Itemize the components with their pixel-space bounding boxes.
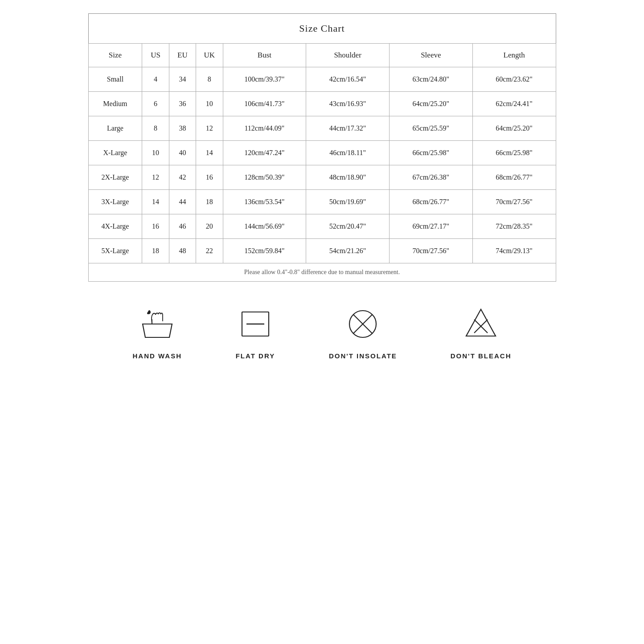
cell-r3-c6: 66cm/25.98" bbox=[389, 141, 472, 165]
dont-insolate-icon bbox=[343, 304, 383, 346]
cell-r7-c1: 18 bbox=[142, 239, 169, 263]
main-container: Size Chart SizeUSEUUKBustShoulderSleeveL… bbox=[88, 13, 556, 369]
table-row: X-Large104014120cm/47.24"46cm/18.11"66cm… bbox=[88, 141, 556, 165]
col-header-uk: UK bbox=[196, 44, 223, 67]
cell-r5-c7: 70cm/27.56" bbox=[472, 190, 556, 214]
cell-r2-c3: 12 bbox=[196, 116, 223, 141]
cell-r1-c7: 62cm/24.41" bbox=[472, 92, 556, 116]
cell-r4-c4: 128cm/50.39" bbox=[223, 165, 306, 190]
cell-r0-c5: 42cm/16.54" bbox=[306, 67, 390, 92]
cell-r2-c4: 112cm/44.09" bbox=[223, 116, 306, 141]
cell-r7-c4: 152cm/59.84" bbox=[223, 239, 306, 263]
cell-r1-c4: 106cm/41.73" bbox=[223, 92, 306, 116]
cell-r6-c1: 16 bbox=[142, 214, 169, 239]
cell-r3-c2: 40 bbox=[169, 141, 196, 165]
cell-r6-c2: 46 bbox=[169, 214, 196, 239]
table-row: 2X-Large124216128cm/50.39"48cm/18.90"67c… bbox=[88, 165, 556, 190]
col-header-shoulder: Shoulder bbox=[306, 44, 390, 67]
cell-r5-c0: 3X-Large bbox=[88, 190, 142, 214]
dont-insolate-label: DON'T INSOLATE bbox=[329, 352, 397, 360]
cell-r4-c3: 16 bbox=[196, 165, 223, 190]
col-header-size: Size bbox=[88, 44, 142, 67]
table-row: Large83812112cm/44.09"44cm/17.32"65cm/25… bbox=[88, 116, 556, 141]
cell-r2-c6: 65cm/25.59" bbox=[389, 116, 472, 141]
cell-r2-c5: 44cm/17.32" bbox=[306, 116, 390, 141]
dont-bleach-label: DON'T BLEACH bbox=[451, 352, 512, 360]
cell-r1-c0: Medium bbox=[88, 92, 142, 116]
cell-r6-c5: 52cm/20.47" bbox=[306, 214, 390, 239]
cell-r6-c7: 72cm/28.35" bbox=[472, 214, 556, 239]
cell-r4-c1: 12 bbox=[142, 165, 169, 190]
cell-r0-c0: Small bbox=[88, 67, 142, 92]
flat-dry-label: FLAT DRY bbox=[236, 352, 275, 360]
cell-r5-c4: 136cm/53.54" bbox=[223, 190, 306, 214]
cell-r5-c3: 18 bbox=[196, 190, 223, 214]
flat-dry-icon bbox=[235, 304, 275, 346]
cell-r7-c0: 5X-Large bbox=[88, 239, 142, 263]
cell-r0-c7: 60cm/23.62" bbox=[472, 67, 556, 92]
cell-r2-c1: 8 bbox=[142, 116, 169, 141]
col-header-bust: Bust bbox=[223, 44, 306, 67]
cell-r4-c5: 48cm/18.90" bbox=[306, 165, 390, 190]
cell-r7-c2: 48 bbox=[169, 239, 196, 263]
care-section: HAND WASH FLAT DRY DON'T INSOLATE DON'T … bbox=[88, 282, 556, 369]
cell-r0-c3: 8 bbox=[196, 67, 223, 92]
cell-r1-c5: 43cm/16.93" bbox=[306, 92, 390, 116]
cell-r2-c0: Large bbox=[88, 116, 142, 141]
cell-r5-c1: 14 bbox=[142, 190, 169, 214]
col-header-us: US bbox=[142, 44, 169, 67]
cell-r0-c4: 100cm/39.37" bbox=[223, 67, 306, 92]
cell-r5-c2: 44 bbox=[169, 190, 196, 214]
cell-r0-c6: 63cm/24.80" bbox=[389, 67, 472, 92]
cell-r7-c3: 22 bbox=[196, 239, 223, 263]
dont-bleach-icon bbox=[461, 304, 501, 346]
cell-r6-c4: 144cm/56.69" bbox=[223, 214, 306, 239]
cell-r3-c7: 66cm/25.98" bbox=[472, 141, 556, 165]
cell-r7-c6: 70cm/27.56" bbox=[389, 239, 472, 263]
hand-wash-label: HAND WASH bbox=[132, 352, 182, 360]
col-header-length: Length bbox=[472, 44, 556, 67]
cell-r4-c0: 2X-Large bbox=[88, 165, 142, 190]
table-row: 5X-Large184822152cm/59.84"54cm/21.26"70c… bbox=[88, 239, 556, 263]
cell-r1-c6: 64cm/25.20" bbox=[389, 92, 472, 116]
care-item-flat-dry: FLAT DRY bbox=[235, 304, 275, 360]
cell-r0-c1: 4 bbox=[142, 67, 169, 92]
cell-r0-c2: 34 bbox=[169, 67, 196, 92]
cell-r7-c5: 54cm/21.26" bbox=[306, 239, 390, 263]
col-header-eu: EU bbox=[169, 44, 196, 67]
cell-r3-c3: 14 bbox=[196, 141, 223, 165]
cell-r6-c3: 20 bbox=[196, 214, 223, 239]
hand-wash-icon bbox=[137, 304, 177, 346]
care-item-dont-bleach: DON'T BLEACH bbox=[451, 304, 512, 360]
table-row: Medium63610106cm/41.73"43cm/16.93"64cm/2… bbox=[88, 92, 556, 116]
size-chart-table: Size Chart SizeUSEUUKBustShoulderSleeveL… bbox=[88, 13, 556, 282]
care-item-hand-wash: HAND WASH bbox=[132, 304, 182, 360]
table-title: Size Chart bbox=[88, 14, 556, 44]
cell-r3-c5: 46cm/18.11" bbox=[306, 141, 390, 165]
cell-r2-c7: 64cm/25.20" bbox=[472, 116, 556, 141]
table-row: Small4348100cm/39.37"42cm/16.54"63cm/24.… bbox=[88, 67, 556, 92]
cell-r5-c6: 68cm/26.77" bbox=[389, 190, 472, 214]
cell-r6-c6: 69cm/27.17" bbox=[389, 214, 472, 239]
care-item-dont-insolate: DON'T INSOLATE bbox=[329, 304, 397, 360]
table-row: 3X-Large144418136cm/53.54"50cm/19.69"68c… bbox=[88, 190, 556, 214]
cell-r1-c3: 10 bbox=[196, 92, 223, 116]
cell-r6-c0: 4X-Large bbox=[88, 214, 142, 239]
cell-r4-c7: 68cm/26.77" bbox=[472, 165, 556, 190]
table-footnote: Please allow 0.4"-0.8" difference due to… bbox=[88, 263, 556, 282]
cell-r3-c4: 120cm/47.24" bbox=[223, 141, 306, 165]
table-row: 4X-Large164620144cm/56.69"52cm/20.47"69c… bbox=[88, 214, 556, 239]
cell-r3-c1: 10 bbox=[142, 141, 169, 165]
cell-r4-c2: 42 bbox=[169, 165, 196, 190]
cell-r4-c6: 67cm/26.38" bbox=[389, 165, 472, 190]
cell-r2-c2: 38 bbox=[169, 116, 196, 141]
cell-r5-c5: 50cm/19.69" bbox=[306, 190, 390, 214]
cell-r1-c2: 36 bbox=[169, 92, 196, 116]
col-header-sleeve: Sleeve bbox=[389, 44, 472, 67]
cell-r3-c0: X-Large bbox=[88, 141, 142, 165]
cell-r1-c1: 6 bbox=[142, 92, 169, 116]
cell-r7-c7: 74cm/29.13" bbox=[472, 239, 556, 263]
